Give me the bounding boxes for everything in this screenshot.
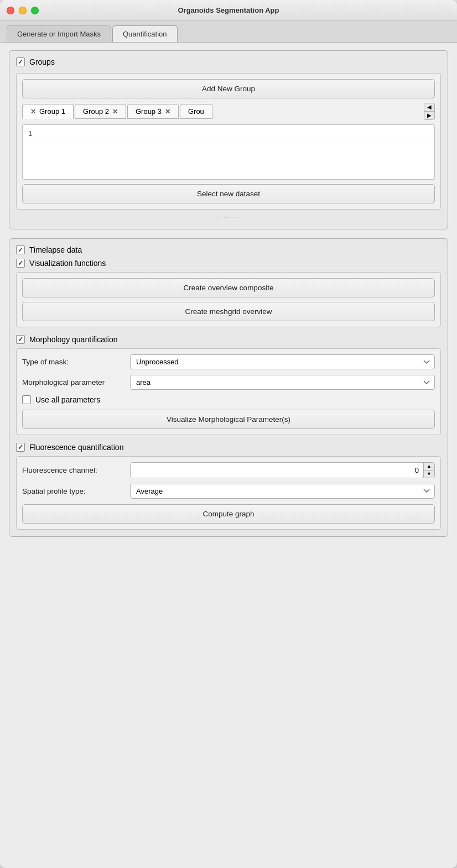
group4-label: Grou bbox=[188, 107, 204, 116]
options-section: Timelapse data Visualization functions C… bbox=[9, 238, 448, 537]
spatial-profile-select[interactable]: Average Maximum Minimum bbox=[130, 484, 435, 499]
fluorescence-channel-row: Fluorescence channel: ▲ ▼ bbox=[22, 462, 435, 478]
spatial-profile-row: Spatial profile type: Average Maximum Mi… bbox=[22, 484, 435, 499]
group3-close-icon[interactable]: ✕ bbox=[165, 108, 170, 116]
traffic-lights bbox=[7, 7, 39, 14]
morphology-inner: Type of mask: Unprocessed Processed Bina… bbox=[16, 348, 441, 435]
fluorescence-channel-spinbox: ▲ ▼ bbox=[130, 462, 435, 478]
groups-checkbox[interactable] bbox=[16, 57, 25, 66]
timelapse-label: Timelapse data bbox=[29, 245, 82, 254]
create-meshgrid-button[interactable]: Create meshgrid overview bbox=[22, 302, 435, 321]
type-of-mask-row: Type of mask: Unprocessed Processed Bina… bbox=[22, 354, 435, 369]
use-all-label: Use all parameters bbox=[35, 395, 101, 404]
morphological-param-label: Morphological parameter bbox=[22, 378, 130, 386]
group3-label: Group 3 bbox=[136, 107, 162, 116]
spatial-profile-label: Spatial profile type: bbox=[22, 487, 130, 495]
fluorescence-inner: Fluorescence channel: ▲ ▼ Spatial profil… bbox=[16, 456, 441, 530]
group-tab-3[interactable]: Group 3 ✕ bbox=[127, 104, 179, 119]
use-all-checkbox[interactable] bbox=[22, 395, 31, 404]
visualization-header: Visualization functions bbox=[16, 259, 441, 268]
spinbox-arrows: ▲ ▼ bbox=[423, 463, 434, 478]
type-of-mask-label: Type of mask: bbox=[22, 358, 130, 366]
visualization-block: Visualization functions Create overview … bbox=[16, 259, 441, 327]
fluorescence-label: Fluorescence quantification bbox=[29, 443, 123, 452]
window-title: Organoids Segmentation App bbox=[178, 6, 279, 14]
group-tab-4[interactable]: Grou bbox=[180, 104, 212, 119]
fluorescence-channel-label: Fluorescence channel: bbox=[22, 466, 130, 474]
timelapse-checkbox[interactable] bbox=[16, 245, 25, 254]
use-all-row: Use all parameters bbox=[22, 395, 435, 404]
timelapse-header: Timelapse data bbox=[16, 245, 441, 254]
group-tab-1[interactable]: ✕ Group 1 bbox=[22, 104, 74, 119]
morphology-block: Morphology quantification Type of mask: … bbox=[16, 335, 441, 435]
visualization-inner: Create overview composite Create meshgri… bbox=[16, 272, 441, 327]
group-tab-scroll: ✕ Group 1 Group 2 ✕ Group 3 ✕ Grou bbox=[22, 104, 424, 119]
main-content: Groups Add New Group ✕ Group 1 Group 2 ✕ bbox=[0, 43, 457, 553]
group-tab-prev[interactable]: ◀ bbox=[424, 103, 434, 112]
visualization-checkbox[interactable] bbox=[16, 259, 25, 268]
type-of-mask-select[interactable]: Unprocessed Processed Binary bbox=[130, 354, 435, 369]
tab-bar: Generate or Import Masks Quantification bbox=[0, 21, 457, 43]
visualize-morphological-button[interactable]: Visualize Morphological Parameter(s) bbox=[22, 410, 435, 429]
group-tab-2[interactable]: Group 2 ✕ bbox=[75, 104, 126, 119]
select-dataset-button[interactable]: Select new dataset bbox=[22, 184, 435, 203]
fluorescence-channel-input[interactable] bbox=[131, 463, 423, 478]
morphological-param-select[interactable]: area perimeter eccentricity solidity bbox=[130, 375, 435, 390]
minimize-button[interactable] bbox=[19, 7, 27, 14]
spinbox-down[interactable]: ▼ bbox=[424, 470, 434, 478]
compute-graph-button[interactable]: Compute graph bbox=[22, 504, 435, 524]
visualization-label: Visualization functions bbox=[29, 259, 106, 268]
group2-close-icon[interactable]: ✕ bbox=[112, 108, 118, 116]
group-tabs-row: ✕ Group 1 Group 2 ✕ Group 3 ✕ Grou bbox=[22, 103, 435, 120]
groups-section: Groups Add New Group ✕ Group 1 Group 2 ✕ bbox=[9, 50, 448, 229]
fluorescence-block: Fluorescence quantification Fluorescence… bbox=[16, 443, 441, 530]
group-tab-nav: ◀ ▶ bbox=[424, 103, 435, 120]
fluorescence-header: Fluorescence quantification bbox=[16, 443, 441, 452]
group1-close-icon[interactable]: ✕ bbox=[30, 108, 36, 116]
dataset-value: 1 bbox=[26, 128, 431, 139]
dataset-area: 1 bbox=[22, 124, 435, 180]
maximize-button[interactable] bbox=[31, 7, 39, 14]
morphology-checkbox[interactable] bbox=[16, 335, 25, 344]
group-tab-next[interactable]: ▶ bbox=[424, 112, 434, 119]
close-button[interactable] bbox=[7, 7, 14, 14]
add-new-group-button[interactable]: Add New Group bbox=[22, 79, 435, 98]
tab-generate[interactable]: Generate or Import Masks bbox=[7, 25, 111, 42]
group2-label: Group 2 bbox=[83, 107, 109, 116]
titlebar: Organoids Segmentation App bbox=[0, 0, 457, 21]
dots-separator: ....... bbox=[16, 213, 441, 219]
morphology-label: Morphology quantification bbox=[29, 335, 118, 344]
morphological-param-row: Morphological parameter area perimeter e… bbox=[22, 375, 435, 390]
create-overview-button[interactable]: Create overview composite bbox=[22, 278, 435, 297]
groups-header: Groups bbox=[16, 57, 441, 66]
app-window: Organoids Segmentation App Generate or I… bbox=[0, 0, 457, 868]
fluorescence-checkbox[interactable] bbox=[16, 443, 25, 452]
groups-label: Groups bbox=[29, 57, 55, 66]
group1-label: Group 1 bbox=[39, 107, 65, 116]
groups-inner: Add New Group ✕ Group 1 Group 2 ✕ G bbox=[16, 73, 441, 210]
morphology-header: Morphology quantification bbox=[16, 335, 441, 344]
tab-quantification[interactable]: Quantification bbox=[112, 25, 178, 42]
spinbox-up[interactable]: ▲ bbox=[424, 463, 434, 470]
